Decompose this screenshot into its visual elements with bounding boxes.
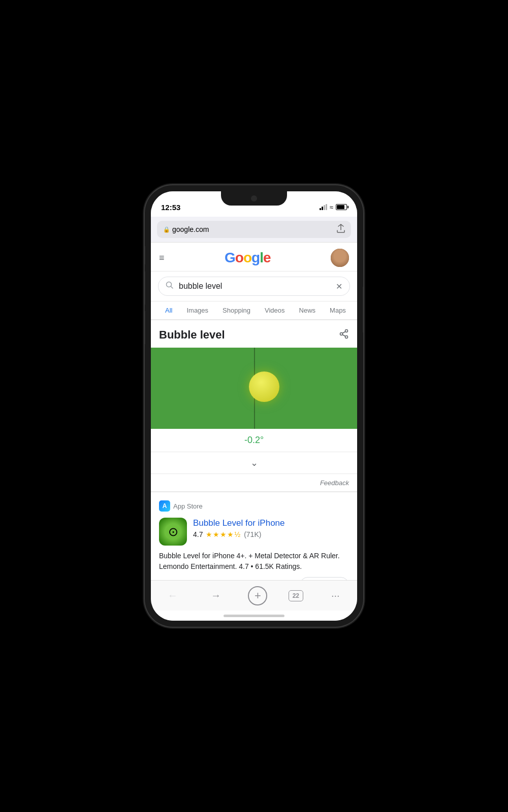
expand-button[interactable]: ⌄: [151, 452, 357, 474]
search-query: bubble level: [179, 282, 331, 291]
rating-count: (71K): [244, 530, 261, 538]
status-icons: ≈: [320, 204, 347, 211]
logo-o2: o: [243, 250, 251, 265]
clear-search-button[interactable]: ✕: [336, 282, 342, 291]
google-header: ≡ Google: [151, 243, 357, 272]
avatar-face: [331, 249, 349, 267]
bubble-visual[interactable]: [151, 348, 357, 429]
search-bar[interactable]: bubble level ✕: [158, 277, 350, 296]
app-info-row: ⊙ Bubble Level for iPhone 4.7 ★★★★½ (71K…: [159, 518, 349, 546]
logo-g2: g: [251, 250, 260, 265]
logo-g: G: [225, 250, 235, 265]
app-icon: ⊙: [159, 518, 187, 546]
app-details: Bubble Level for iPhone 4.7 ★★★★½ (71K): [193, 518, 349, 538]
home-indicator: [151, 611, 357, 621]
lock-icon: 🔒: [163, 226, 170, 233]
google-logo: Google: [225, 250, 270, 266]
back-button[interactable]: ←: [162, 585, 184, 607]
rating-number: 4.7: [193, 530, 203, 538]
app-description: Bubble Level for iPhone 4+. + Metal Dete…: [159, 551, 349, 572]
url-text: google.com: [172, 225, 209, 233]
side-button-volume-down: [145, 311, 145, 344]
app-store-name: App Store: [173, 502, 203, 510]
app-store-label: A App Store: [159, 500, 349, 512]
bubble-reading: -0.2°: [151, 429, 357, 452]
bubble-header: Bubble level: [151, 320, 357, 348]
home-bar: [224, 615, 284, 617]
feedback-row: Feedback: [151, 474, 357, 492]
feedback-link[interactable]: Feedback: [320, 479, 349, 487]
battery-fill: [337, 205, 344, 209]
status-bar: 12:53 ≈: [151, 191, 357, 217]
status-time: 12:53: [161, 203, 180, 212]
side-button-volume-up: [145, 272, 145, 304]
user-avatar[interactable]: [331, 249, 349, 267]
tab-videos[interactable]: Videos: [258, 301, 292, 320]
new-tab-button[interactable]: +: [248, 586, 267, 605]
svg-point-1: [345, 329, 348, 332]
phone-screen: 12:53 ≈ 🔒 google.com: [151, 191, 357, 621]
bubble-widget: Bubble level -0.2°: [151, 320, 357, 492]
signal-icon: [320, 204, 327, 210]
app-title[interactable]: Bubble Level for iPhone: [193, 518, 285, 528]
signal-bar-3: [324, 205, 325, 210]
bubble-share-icon[interactable]: [339, 329, 349, 342]
logo-o1: o: [235, 250, 243, 265]
browser-bar: 🔒 google.com: [151, 217, 357, 243]
chevron-down-icon: ⌄: [250, 458, 258, 468]
tab-switcher-button[interactable]: 22: [289, 590, 303, 601]
signal-bar-1: [320, 208, 321, 210]
tab-books[interactable]: B: [353, 301, 357, 320]
side-button-power: [363, 287, 363, 332]
more-button[interactable]: ···: [324, 585, 346, 607]
signal-bar-2: [322, 207, 323, 210]
search-icon: [166, 281, 174, 291]
search-tabs: All Images Shopping Videos News Maps B: [151, 301, 357, 320]
side-button-mute: [145, 246, 145, 264]
app-rating-row: 4.7 ★★★★½ (71K): [193, 530, 349, 538]
bubble-circle: [249, 371, 279, 402]
forward-button[interactable]: →: [205, 585, 227, 607]
app-store-badge-icon: A: [159, 500, 170, 512]
tab-shopping[interactable]: Shopping: [215, 301, 258, 320]
app-store-card: A App Store ⊙ Bubble Level for iPhone 4.…: [151, 492, 357, 580]
battery-icon: [336, 204, 347, 210]
hamburger-menu[interactable]: ≡: [159, 253, 165, 263]
notch: [221, 191, 287, 206]
phone-shell: 12:53 ≈ 🔒 google.com: [145, 185, 363, 627]
logo-l: l: [260, 250, 263, 265]
share-button[interactable]: [337, 224, 345, 235]
svg-point-2: [340, 332, 343, 335]
wifi-icon: ≈: [330, 204, 333, 211]
bubble-title: Bubble level: [159, 328, 225, 342]
notch-camera: [251, 195, 257, 201]
search-bar-container: bubble level ✕: [151, 272, 357, 301]
svg-point-3: [345, 335, 348, 338]
reading-value: -0.2°: [244, 435, 264, 445]
url-bar[interactable]: 🔒 google.com: [157, 221, 351, 238]
signal-bar-4: [326, 204, 327, 210]
tab-images[interactable]: Images: [179, 301, 215, 320]
browser-nav: ← → + 22 ···: [151, 580, 357, 611]
tab-all[interactable]: All: [158, 301, 179, 320]
stars-icon: ★★★★½: [206, 530, 241, 538]
logo-e: e: [263, 250, 271, 265]
tab-news[interactable]: News: [292, 301, 323, 320]
page-content: ≡ Google bubble level: [151, 243, 357, 580]
tab-maps[interactable]: Maps: [323, 301, 353, 320]
url-content: 🔒 google.com: [163, 225, 209, 233]
app-icon-inner: ⊙: [159, 518, 187, 546]
